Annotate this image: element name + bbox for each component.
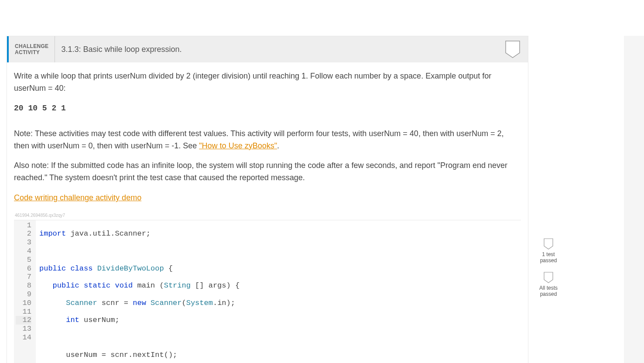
prompt-text: Write a while loop that prints userNum d… <box>14 70 521 95</box>
line-number: 2 <box>16 229 31 238</box>
code-line[interactable]: import java.util.Scanner; <box>39 229 521 238</box>
code-line[interactable]: public class DivideByTwoLoop { <box>39 264 521 273</box>
status-shield-icon <box>505 41 520 58</box>
code-line[interactable]: userNum = scnr.nextInt(); <box>39 351 521 360</box>
line-number: 7 <box>16 273 31 281</box>
also-note-text: Also note: If the submitted code has an … <box>14 160 521 184</box>
line-number: 13 <box>16 325 31 333</box>
shield-icon <box>544 272 553 283</box>
line-number: 9 <box>16 290 31 299</box>
activity-tag: CHALLENGE ACTIVITY <box>9 36 55 62</box>
line-number: 4 <box>16 247 31 256</box>
code-area[interactable]: import java.util.Scanner; public class D… <box>36 220 521 363</box>
page: CHALLENGE ACTIVITY 3.1.3: Basic while lo… <box>0 0 644 363</box>
one-test-status: 1 test passed <box>534 238 563 264</box>
code-line[interactable]: Scanner scnr = new Scanner(System.in); <box>39 299 521 308</box>
line-number: 8 <box>16 281 31 290</box>
tag-line-1: CHALLENGE <box>15 43 48 49</box>
main-column: CHALLENGE ACTIVITY 3.1.3: Basic while lo… <box>0 36 528 363</box>
note-after-link: . <box>277 141 279 150</box>
line-number: 11 <box>16 308 31 316</box>
activity-card: CHALLENGE ACTIVITY 3.1.3: Basic while lo… <box>7 36 528 363</box>
code-line[interactable] <box>39 247 521 256</box>
all-tests-status: All tests passed <box>534 272 563 298</box>
how-to-use-link[interactable]: "How to Use zyBooks" <box>199 141 277 150</box>
line-number: 10 <box>16 299 31 308</box>
code-line[interactable]: public static void main (String [] args)… <box>39 281 521 290</box>
line-number: 3 <box>16 238 31 247</box>
line-gutter: 1 2 3 4 5 6 7 8 9 10 11 12 13 14 <box>14 220 36 363</box>
code-line[interactable] <box>39 333 521 342</box>
line-number: 5 <box>16 256 31 264</box>
demo-link[interactable]: Code writing challenge activity demo <box>14 193 141 202</box>
line-number: 1 <box>16 221 31 230</box>
status-shield-container <box>505 36 528 62</box>
note-text: Note: These activities may test code wit… <box>14 128 521 152</box>
code-line[interactable]: int userNum; <box>39 316 521 325</box>
activity-header: CHALLENGE ACTIVITY 3.1.3: Basic while lo… <box>7 36 528 62</box>
line-number: 6 <box>16 264 31 273</box>
all-tests-label: All tests passed <box>534 285 563 298</box>
shield-icon <box>544 238 553 250</box>
line-number: 12 <box>16 316 31 325</box>
one-test-label: 1 test passed <box>534 251 563 264</box>
example-output: 20 10 5 2 1 <box>14 103 521 115</box>
activity-title: 3.1.3: Basic while loop expression. <box>55 36 505 62</box>
code-editor[interactable]: 1 2 3 4 5 6 7 8 9 10 11 12 13 14 <box>14 220 521 363</box>
instructions: Write a while loop that prints userNum d… <box>7 62 528 363</box>
test-status-column: 1 test passed All tests passed <box>528 36 563 363</box>
scrollbar-track[interactable] <box>624 36 644 363</box>
line-number: 14 <box>16 333 31 342</box>
tag-line-2: ACTIVITY <box>15 49 48 55</box>
activity-hash: 461994.2694856.qx3zqy7 <box>15 212 521 219</box>
